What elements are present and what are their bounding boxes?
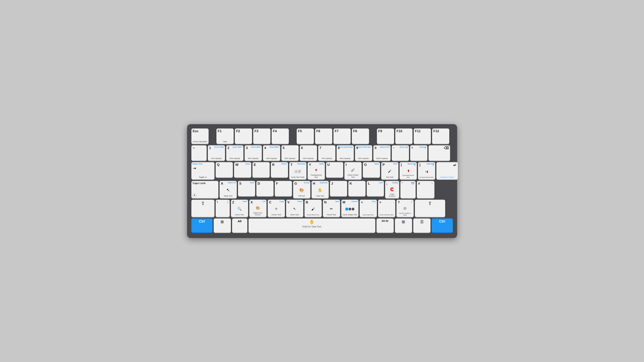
key-m[interactable]: Curves M Cycle Shape Tool (341, 200, 358, 217)
key-q[interactable]: Q (216, 162, 233, 177)
key-f9[interactable]: F9 (377, 128, 394, 144)
key-space[interactable]: ✋ Hold for View Tool (248, 218, 375, 233)
key-win-left[interactable]: ⊞ (214, 218, 231, 233)
key-f8[interactable]: F8 (352, 128, 369, 144)
key-0[interactable]: Zoom to Fit 0 100% Opacity (373, 145, 390, 161)
bottom-row: Ctrl ⊞ Alt ✋ Hold for View Tool Alt Gr (192, 218, 453, 233)
key-backspace[interactable]: ⌫ (428, 145, 450, 161)
key-n[interactable]: New N ✏ Pencil Tool (323, 200, 340, 217)
key-c[interactable]: Copy C ✛ Corner Tool (268, 200, 285, 217)
key-6[interactable]: 6 60% Opacity (300, 145, 317, 161)
key-7[interactable]: 7 70% Opacity (318, 145, 336, 161)
key-hash[interactable]: # ~ (417, 181, 434, 198)
key-quote[interactable]: Grid ' @ (400, 181, 416, 198)
key-x[interactable]: Cut X 🎨 Toggle Active Selector (249, 200, 266, 217)
key-f1[interactable]: F1 Help (216, 128, 234, 144)
key-f7[interactable]: F7 (334, 128, 351, 144)
key-p[interactable]: Print P 🖋 Pen Tool (381, 162, 398, 179)
key-f6[interactable]: F6 (315, 128, 332, 144)
key-f[interactable]: F (275, 181, 292, 196)
key-r[interactable]: Rulers R (271, 162, 288, 177)
key-v[interactable]: Paste V ↖ Move Tool (286, 200, 303, 217)
key-4[interactable]: Zoom 800% 4 40% Opacity (263, 145, 280, 161)
key-rbracket[interactable]: Fwd One ] } +▮ Increase Brush Size (418, 162, 435, 179)
key-shift-left[interactable]: ⇧ (192, 200, 214, 217)
function-row: Esc Cancel Operation F1 Help F2 F3 F4 F5… (192, 128, 453, 144)
key-g[interactable]: Group G 🎨 Fill Tool (293, 181, 310, 198)
key-w[interactable]: Close W (234, 162, 251, 177)
key-equals[interactable]: Zoom In = + (410, 145, 428, 161)
key-d[interactable]: D (256, 181, 274, 196)
number-row: ¬ ` Zoom 100% 1 10% Opacity Zoom 200% 2 … (192, 145, 453, 161)
key-shift-right[interactable]: ⇧ (415, 200, 445, 217)
key-b[interactable]: B 🖌 Vector Brush Tool (304, 200, 322, 217)
key-pipe[interactable]: \ | (216, 200, 230, 217)
key-2[interactable]: Zoom 200% 2 20% Opacity (226, 145, 244, 161)
key-1[interactable]: Zoom 100% 1 10% Opacity (208, 145, 225, 161)
key-capslock[interactable]: Caps Lock A (192, 181, 218, 198)
keyboard: Esc Cancel Operation F1 Help F2 F3 F4 F5… (187, 124, 457, 238)
key-3[interactable]: Zoom 400% 3 30% Opacity (244, 145, 262, 161)
key-y[interactable]: Redo Y 🍷 Transparency Tool (308, 162, 325, 179)
key-5[interactable]: 5 50% Opacity (282, 145, 298, 161)
zxcv-row: ⇧ \ | Undo Z 🔍 Zoom Tool Cut X 🎨 Toggle … (192, 200, 453, 217)
key-esc[interactable]: Esc Cancel Operation (192, 128, 208, 144)
key-i[interactable]: I 🖊 Colour Picker Tool (344, 162, 362, 179)
qwerty-row: Switch View ⇥ Toggle UI Q Close W E Rule… (192, 162, 453, 179)
key-h[interactable]: Duplicate H ✋ View Tool (312, 181, 329, 198)
key-period[interactable]: > . Reset Selection Box (378, 200, 395, 217)
key-win-right[interactable]: ⊞ (395, 218, 412, 233)
key-9[interactable]: Zoom Pixel Size 9 90% Opacity (355, 145, 372, 161)
key-alt[interactable]: Alt (232, 218, 247, 233)
key-lbracket[interactable]: Back One [ { -▮ Decrease Brush Size (400, 162, 417, 179)
key-menu[interactable]: ☰ (413, 218, 430, 233)
key-f11[interactable]: F11 (414, 128, 431, 144)
key-tilde[interactable]: ¬ ` (192, 145, 207, 161)
key-ctrl-left[interactable]: Ctrl (192, 218, 212, 233)
key-slash[interactable]: ? / ⊘ Set Fill / Stroke to None (396, 200, 414, 217)
asdf-row: Caps Lock A Select All A ↖ Node Tool Sav… (192, 181, 453, 198)
key-l[interactable]: Lock L (367, 181, 384, 196)
key-u[interactable]: U (326, 162, 343, 177)
key-f2[interactable]: F2 (235, 128, 252, 144)
key-f12[interactable]: F12 (432, 128, 449, 144)
key-semicolon[interactable]: Guides ; : 🧲 Toggle Snapping (385, 181, 399, 198)
key-comma[interactable]: Pref. < , Cycle Split View (360, 200, 377, 217)
key-f10[interactable]: F10 (395, 128, 412, 144)
key-f5[interactable]: F5 (297, 128, 314, 144)
key-ctrl-right[interactable]: Ctrl (432, 218, 453, 233)
key-a[interactable]: Select All A ↖ Node Tool (220, 181, 237, 198)
key-s[interactable]: Save S (238, 181, 255, 196)
key-t[interactable]: Character T A T Cycle Text Tools (289, 162, 306, 179)
key-e[interactable]: E (252, 162, 270, 177)
key-o[interactable]: Open O (363, 162, 380, 177)
key-altgr[interactable]: Alt Gr (376, 218, 394, 233)
key-j[interactable]: J (330, 181, 347, 196)
key-z[interactable]: Undo Z 🔍 Zoom Tool (231, 200, 248, 217)
key-f4[interactable]: F4 (272, 128, 289, 144)
key-enter[interactable]: ↵ Convert to Curves (436, 162, 458, 179)
key-dash[interactable]: Zoom Out – - (392, 145, 409, 161)
key-8[interactable]: Zoom Actual Size 8 80% Opacity (336, 145, 354, 161)
key-tab[interactable]: Switch View ⇥ Toggle UI (192, 162, 214, 179)
key-f3[interactable]: F3 (253, 128, 270, 144)
key-k[interactable]: K (348, 181, 366, 196)
